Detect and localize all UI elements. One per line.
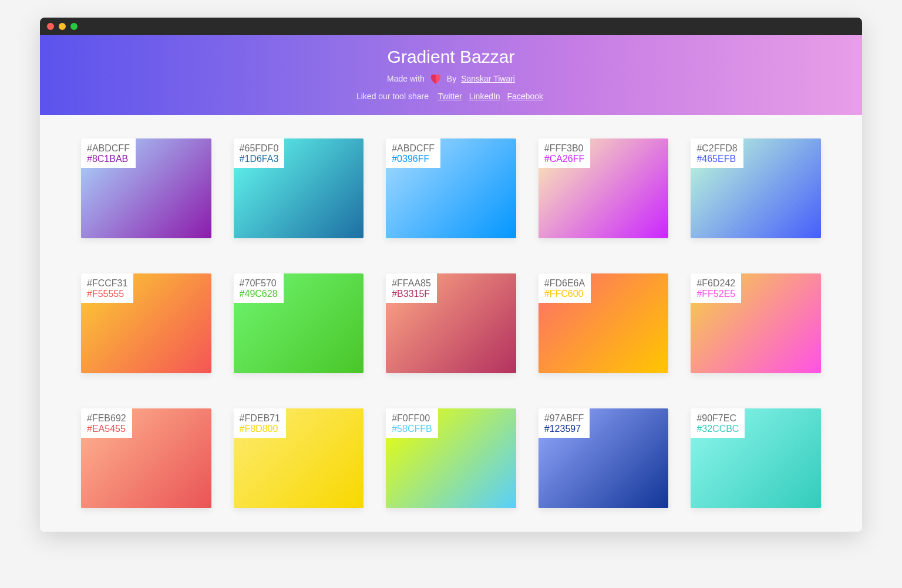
hex-color-2: #FFC600 xyxy=(544,289,585,299)
share-linkedin[interactable]: LinkedIn xyxy=(469,92,500,101)
hex-color-2: #49C628 xyxy=(240,289,278,299)
gradient-grid: #ABDCFF#8C1BAB#65FDF0#1D6FA3#ABDCFF#0396… xyxy=(81,138,821,508)
gradient-card[interactable]: #FD6E6A#FFC600 xyxy=(538,273,669,373)
minimize-icon[interactable] xyxy=(59,23,66,30)
gradient-card[interactable]: #FEB692#EA5455 xyxy=(81,408,211,508)
gradient-card[interactable]: #FFAA85#B3315F xyxy=(386,273,516,373)
gradient-card[interactable]: #F6D242#FF52E5 xyxy=(691,273,821,373)
gradient-label: #F0FF00#58CFFB xyxy=(386,408,437,438)
gradient-label: #FCCF31#F55555 xyxy=(81,273,133,303)
hex-color-2: #465EFB xyxy=(696,154,737,164)
maximize-icon[interactable] xyxy=(70,23,78,30)
hex-color-1: #F6D242 xyxy=(696,278,735,289)
gradient-card[interactable]: #65FDF0#1D6FA3 xyxy=(234,138,364,238)
content-area: #ABDCFF#8C1BAB#65FDF0#1D6FA3#ABDCFF#0396… xyxy=(40,115,862,532)
hex-color-1: #FEB692 xyxy=(87,413,126,424)
hex-color-1: #ABDCFF xyxy=(392,143,435,154)
hex-color-1: #FFAA85 xyxy=(392,278,431,289)
made-with-prefix: Made with xyxy=(387,74,425,83)
hex-color-2: #CA26FF xyxy=(544,154,584,164)
gradient-label: #FFF3B0#CA26FF xyxy=(538,138,590,168)
hex-color-2: #F55555 xyxy=(87,289,127,299)
hex-color-1: #FFF3B0 xyxy=(544,143,584,154)
gradient-label: #ABDCFF#0396FF xyxy=(386,138,440,168)
hex-color-2: #F8D800 xyxy=(240,424,280,434)
hex-color-1: #97ABFF xyxy=(544,413,584,424)
share-prefix: Liked our tool share xyxy=(356,92,429,101)
hex-color-1: #FDEB71 xyxy=(240,413,280,424)
page-title: Gradient Bazzar xyxy=(46,47,856,67)
hex-color-1: #F0FF00 xyxy=(392,413,432,424)
gradient-card[interactable]: #90F7EC#32CCBC xyxy=(691,408,821,508)
gradient-card[interactable]: #70F570#49C628 xyxy=(234,273,364,373)
hex-color-2: #32CCBC xyxy=(696,424,739,434)
app-header: Gradient Bazzar Made with By Sanskar Tiw… xyxy=(40,35,862,115)
hex-color-1: #FCCF31 xyxy=(87,278,127,289)
gradient-card[interactable]: #C2FFD8#465EFB xyxy=(691,138,821,238)
hex-color-2: #58CFFB xyxy=(392,424,432,434)
hex-color-1: #70F570 xyxy=(240,278,278,289)
titlebar xyxy=(40,18,862,35)
gradient-label: #90F7EC#32CCBC xyxy=(691,408,745,438)
made-by-prefix: By xyxy=(447,74,456,83)
hex-color-2: #B3315F xyxy=(392,289,431,299)
made-with-row: Made with By Sanskar Tiwari xyxy=(46,73,856,85)
hex-color-1: #FD6E6A xyxy=(544,278,585,289)
hex-color-2: #1D6FA3 xyxy=(240,154,279,164)
hex-color-1: #65FDF0 xyxy=(240,143,279,154)
author-link[interactable]: Sanskar Tiwari xyxy=(461,74,515,83)
gradient-label: #FFAA85#B3315F xyxy=(386,273,437,303)
gradient-label: #97ABFF#123597 xyxy=(538,408,590,438)
gradient-label: #70F570#49C628 xyxy=(234,273,284,303)
gradient-label: #C2FFD8#465EFB xyxy=(691,138,743,168)
app-window: Gradient Bazzar Made with By Sanskar Tiw… xyxy=(40,18,862,532)
heart-icon xyxy=(429,73,442,85)
hex-color-2: #8C1BAB xyxy=(87,154,130,164)
hex-color-1: #ABDCFF xyxy=(87,143,130,154)
hex-color-2: #FF52E5 xyxy=(696,289,735,299)
gradient-label: #ABDCFF#8C1BAB xyxy=(81,138,136,168)
share-facebook[interactable]: Facebook xyxy=(507,92,543,101)
gradient-label: #FEB692#EA5455 xyxy=(81,408,132,438)
gradient-card[interactable]: #ABDCFF#0396FF xyxy=(386,138,516,238)
gradient-label: #FD6E6A#FFC600 xyxy=(538,273,591,303)
close-icon[interactable] xyxy=(47,23,54,30)
hex-color-2: #EA5455 xyxy=(87,424,126,434)
hex-color-2: #123597 xyxy=(544,424,584,434)
gradient-card[interactable]: #FFF3B0#CA26FF xyxy=(538,138,669,238)
gradient-card[interactable]: #ABDCFF#8C1BAB xyxy=(81,138,211,238)
gradient-card[interactable]: #97ABFF#123597 xyxy=(538,408,669,508)
gradient-label: #65FDF0#1D6FA3 xyxy=(234,138,285,168)
hex-color-1: #90F7EC xyxy=(696,413,739,424)
share-twitter[interactable]: Twitter xyxy=(438,92,462,101)
gradient-card[interactable]: #F0FF00#58CFFB xyxy=(386,408,516,508)
gradient-card[interactable]: #FCCF31#F55555 xyxy=(81,273,211,373)
hex-color-1: #C2FFD8 xyxy=(696,143,737,154)
hex-color-2: #0396FF xyxy=(392,154,435,164)
gradient-label: #F6D242#FF52E5 xyxy=(691,273,741,303)
gradient-label: #FDEB71#F8D800 xyxy=(234,408,286,438)
share-row: Liked our tool share Twitter LinkedIn Fa… xyxy=(46,92,856,101)
gradient-card[interactable]: #FDEB71#F8D800 xyxy=(234,408,364,508)
